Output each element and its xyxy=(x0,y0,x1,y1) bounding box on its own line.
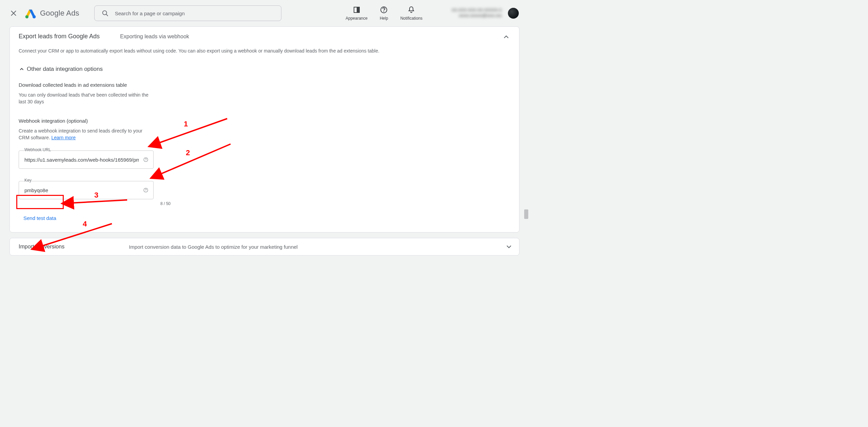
webhook-url-input[interactable] xyxy=(24,157,139,163)
card-title: Export leads from Google Ads xyxy=(19,33,100,40)
svg-point-8 xyxy=(145,161,146,161)
card-tab-label: Exporting leads via webhook xyxy=(120,34,189,40)
svg-point-6 xyxy=(383,11,384,12)
svg-point-10 xyxy=(145,191,146,191)
webhook-desc: Create a webhook integration to send lea… xyxy=(19,128,154,141)
brand-logo-group: Google Ads xyxy=(25,8,79,19)
chevron-down-icon[interactable] xyxy=(505,243,513,251)
top-bar: Google Ads Appearance Help Notifications… xyxy=(0,0,529,26)
help-tooltip-icon[interactable] xyxy=(143,187,149,193)
svg-point-0 xyxy=(33,15,36,18)
card-description: Connect your CRM or app to automatically… xyxy=(19,48,510,54)
close-icon[interactable] xyxy=(9,9,18,17)
key-char-count: 8 / 50 xyxy=(19,201,171,206)
send-test-data-button[interactable]: Send test data xyxy=(19,212,61,224)
account-info-blurred: XX-XXX-XXX-XX-XXXXX-X xxxxx.xxxxxx@xxxx.… xyxy=(437,8,502,18)
appearance-icon xyxy=(353,6,361,14)
brand-text: Google Ads xyxy=(40,9,79,18)
top-actions: Appearance Help Notifications xyxy=(346,6,422,21)
appearance-button[interactable]: Appearance xyxy=(346,6,368,21)
search-box[interactable] xyxy=(94,5,281,21)
import-conversions-desc: Import conversion data to Google Ads to … xyxy=(129,244,298,250)
webhook-heading: Webhook integration (optional) xyxy=(19,118,510,124)
other-options-label: Other data integration options xyxy=(27,66,103,73)
search-input[interactable] xyxy=(115,11,274,16)
import-conversions-card[interactable]: Import conversions Import conversion dat… xyxy=(9,238,519,256)
learn-more-link[interactable]: Learn more xyxy=(51,135,76,140)
help-tooltip-icon[interactable] xyxy=(143,157,149,162)
bell-icon xyxy=(407,6,415,14)
collapse-icon[interactable] xyxy=(502,33,510,41)
help-button[interactable]: Help xyxy=(380,6,388,21)
key-input[interactable] xyxy=(24,187,139,193)
webhook-url-field[interactable] xyxy=(19,150,154,169)
svg-point-2 xyxy=(102,11,106,15)
export-leads-card: Export leads from Google Ads Exporting l… xyxy=(9,26,519,232)
scrollbar-thumb[interactable] xyxy=(524,209,528,219)
import-conversions-title: Import conversions xyxy=(19,244,64,250)
search-icon xyxy=(101,9,109,17)
svg-rect-4 xyxy=(357,7,359,13)
google-ads-logo-icon xyxy=(25,8,36,19)
chevron-up-icon xyxy=(19,66,25,72)
svg-point-1 xyxy=(25,15,28,18)
other-options-toggle[interactable]: Other data integration options xyxy=(19,66,510,73)
help-icon xyxy=(380,6,388,14)
download-leads-desc: You can only download leads that've been… xyxy=(19,92,151,105)
account-area[interactable]: XX-XXX-XXX-XX-XXXXX-X xxxxx.xxxxxx@xxxx.… xyxy=(437,8,519,19)
key-field[interactable] xyxy=(19,181,154,199)
notifications-button[interactable]: Notifications xyxy=(400,6,422,21)
avatar[interactable] xyxy=(508,8,519,19)
download-leads-heading: Download collected leads in ad extension… xyxy=(19,82,510,88)
